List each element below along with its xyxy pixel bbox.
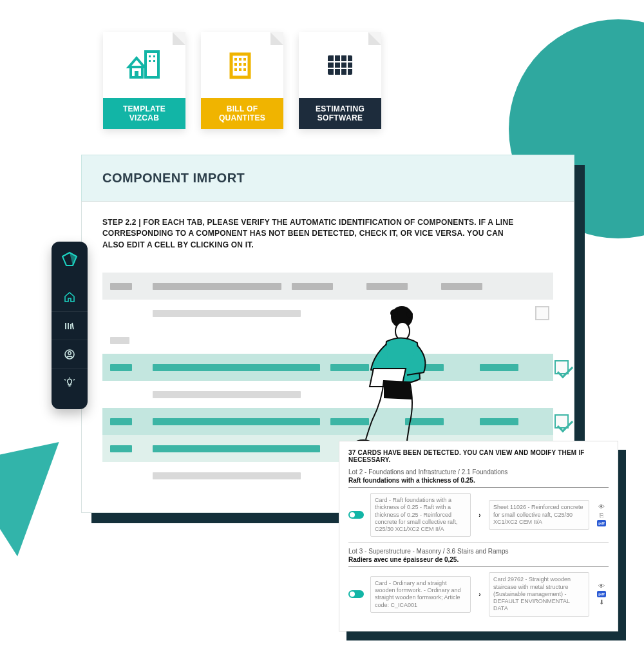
lot-block: Lot 2 - Foundations and Infrastructure /… — [348, 468, 609, 543]
table-row[interactable] — [102, 381, 553, 408]
sidebar-item-library[interactable] — [52, 311, 88, 340]
pdf-badge-icon[interactable] — [597, 591, 606, 597]
card-source[interactable]: Card - Raft foundations with a thickness… — [370, 493, 471, 537]
card-source[interactable]: Card - Ordinary and straight wooden form… — [370, 576, 471, 613]
chevron-right-icon: › — [476, 512, 484, 519]
svg-rect-3 — [149, 60, 151, 62]
page-title: COMPONENT IMPORT — [102, 171, 245, 186]
home-icon — [64, 291, 75, 303]
svg-rect-9 — [234, 58, 237, 61]
lightbulb-icon — [64, 377, 75, 389]
row-checkbox-checked[interactable] — [554, 414, 569, 428]
lot-title: Lot 2 - Foundations and Infrastructure /… — [348, 468, 609, 476]
library-icon — [64, 320, 75, 332]
eye-icon[interactable]: 👁 — [598, 503, 605, 510]
card-toggle[interactable] — [348, 511, 364, 519]
card-toggle[interactable] — [348, 590, 364, 598]
svg-marker-5 — [129, 58, 144, 67]
svg-rect-1 — [149, 55, 151, 57]
table-header — [102, 273, 553, 300]
row-checkbox[interactable] — [535, 306, 549, 320]
sidebar — [52, 242, 88, 409]
svg-point-27 — [68, 351, 71, 354]
window-header: COMPONENT IMPORT — [81, 155, 574, 201]
table-row-selected[interactable] — [102, 354, 553, 381]
card-actions: 👁 ⎘ — [594, 503, 609, 526]
svg-rect-15 — [234, 68, 237, 71]
lot-subtitle: Raft foundations with a thickness of 0.2… — [348, 477, 609, 488]
card-row[interactable]: Card - Raft foundations with a thickness… — [348, 488, 609, 543]
card-row[interactable]: Card - Ordinary and straight wooden form… — [348, 567, 609, 621]
row-checkbox-checked[interactable] — [554, 360, 569, 374]
svg-rect-0 — [146, 52, 158, 77]
eye-icon[interactable]: 👁 — [598, 582, 605, 590]
svg-rect-14 — [243, 63, 246, 66]
card-actions: 👁 ⬇ — [594, 582, 609, 606]
download-icon[interactable]: ⬇ — [599, 599, 604, 606]
user-icon — [64, 349, 75, 360]
brand-logo — [58, 248, 81, 271]
copy-icon[interactable]: ⎘ — [600, 512, 603, 519]
lot-block: Lot 3 - Superstructure - Masonry / 3.6 S… — [348, 548, 609, 621]
doccard-template-vizcab[interactable]: TEMPLATE VIZCAB — [103, 32, 185, 129]
svg-rect-13 — [239, 63, 242, 66]
sidebar-item-tips[interactable] — [52, 368, 88, 396]
table-row[interactable] — [102, 327, 553, 354]
step-instruction: STEP 2.2 | FOR EACH TAB, PLEASE VERIFY T… — [102, 217, 527, 251]
panel-header: 37 CARDS HAVE BEEN DETECTED. YOU CAN VIE… — [348, 449, 609, 463]
svg-rect-2 — [153, 55, 155, 57]
card-sheet[interactable]: Card 29762 - Straight wooden staircase w… — [489, 572, 589, 616]
document-cards-row: TEMPLATE VIZCAB BILL OF QUANTITES — [103, 32, 381, 129]
lot-subtitle: Radiers avec une épaisseur de 0,25. — [348, 556, 609, 567]
pdf-badge-icon[interactable] — [597, 520, 606, 526]
sidebar-item-home[interactable] — [52, 283, 88, 311]
chevron-right-icon: › — [476, 591, 484, 598]
doccard-label: BILL OF QUANTITES — [201, 98, 283, 129]
svg-rect-11 — [243, 58, 246, 61]
sidebar-item-account[interactable] — [52, 340, 88, 368]
table-row[interactable] — [102, 300, 553, 327]
svg-rect-10 — [239, 58, 242, 61]
svg-rect-7 — [135, 71, 138, 77]
table-row-selected[interactable] — [102, 408, 553, 435]
svg-rect-17 — [243, 68, 246, 71]
svg-rect-12 — [234, 63, 237, 66]
doccard-label: ESTIMATING SOFTWARE — [299, 98, 381, 129]
svg-rect-4 — [153, 60, 155, 62]
card-sheet[interactable]: Sheet 11026 - Reinforced concrete for sm… — [489, 500, 589, 530]
decor-triangle — [0, 442, 80, 564]
doccard-bill-of-quantities[interactable]: BILL OF QUANTITES — [201, 32, 283, 129]
doccard-label: TEMPLATE VIZCAB — [103, 98, 185, 129]
lot-title: Lot 3 - Superstructure - Masonry / 3.6 S… — [348, 548, 609, 555]
detected-cards-panel: 37 CARDS HAVE BEEN DETECTED. YOU CAN VIE… — [339, 441, 618, 631]
svg-rect-16 — [239, 68, 242, 71]
doccard-estimating-software[interactable]: ESTIMATING SOFTWARE — [299, 32, 381, 129]
